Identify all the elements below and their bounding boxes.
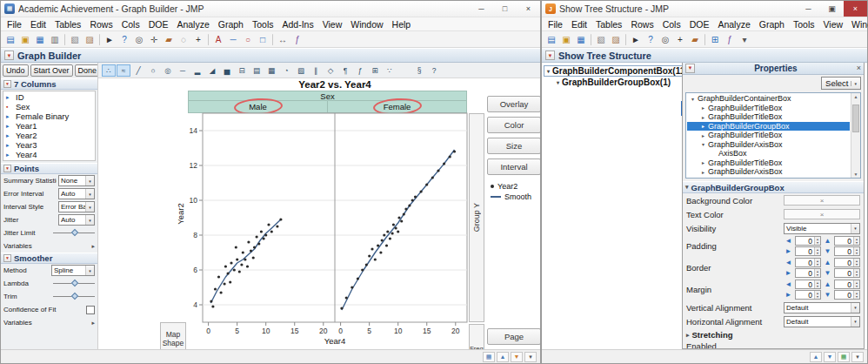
spacing-left-input[interactable]: 0▴▾ xyxy=(795,258,821,267)
titlebar[interactable]: ▦ Academic Achievement - Graph Builder -… xyxy=(1,1,540,17)
expand-triangle-icon[interactable]: ▸ xyxy=(700,104,706,111)
group-x-band[interactable]: Sex xyxy=(188,91,467,101)
menu-item[interactable]: Graph xyxy=(755,18,789,30)
arrow-cursor-icon[interactable]: ► xyxy=(629,33,643,46)
scroll-up-icon[interactable]: ▲ xyxy=(497,352,509,362)
selected-box-section-header[interactable]: ▾ GraphBuilderGroupBox xyxy=(683,181,864,193)
red-triangle-menu-icon[interactable]: ▼ xyxy=(685,64,695,73)
table-icon[interactable]: ⊞ xyxy=(708,33,722,46)
area-icon[interactable]: ◢ xyxy=(205,64,219,77)
titlebar[interactable]: J Show Tree Structure - JMP ─ ▣ × xyxy=(542,1,867,17)
option-select[interactable]: Error Bar ▾ xyxy=(58,201,95,212)
tree-item[interactable]: ▾ GraphBuilderAxisBox xyxy=(687,140,850,150)
spacing-top-input[interactable]: 0▴▾ xyxy=(834,236,860,246)
caption-box-icon[interactable]: ¶ xyxy=(338,64,352,77)
magnifier-icon[interactable]: ◎ xyxy=(132,33,146,46)
option-select[interactable]: Auto ▾ xyxy=(58,188,95,199)
expand-triangle-icon[interactable]: ▾ xyxy=(690,96,696,102)
red-triangle-menu-icon[interactable]: ▼ xyxy=(3,254,11,262)
dropzone-button[interactable]: Size xyxy=(487,138,540,154)
spacing-top-input[interactable]: 0▴▾ xyxy=(834,258,860,267)
spacing-right-input[interactable]: 0▴▾ xyxy=(795,268,821,278)
slider-thumb[interactable] xyxy=(70,280,77,286)
menu-item[interactable]: Window xyxy=(847,18,868,30)
points-icon[interactable]: ∴ xyxy=(102,64,116,77)
tree-item[interactable]: AxisBox xyxy=(687,149,850,158)
menu-item[interactable]: Rows xyxy=(85,18,117,30)
lambda-slider[interactable] xyxy=(53,279,95,288)
chevron-down-icon[interactable]: ▾ xyxy=(85,266,94,275)
action-button[interactable]: Undo xyxy=(3,64,29,77)
disclosure-icon[interactable]: ▸ xyxy=(686,332,690,339)
disclosure-icon[interactable]: ▾ xyxy=(685,184,689,191)
rect-tool-icon[interactable]: □ xyxy=(256,33,270,46)
histogram-icon[interactable]: ▅ xyxy=(220,64,234,77)
menu-item[interactable]: Graph xyxy=(214,18,248,30)
spacing-right-input[interactable]: 0▴▾ xyxy=(795,290,821,300)
menu-item[interactable]: Tables xyxy=(591,18,626,30)
map-shape-dropzone[interactable]: Map Shape xyxy=(160,322,186,349)
mosaic-icon[interactable]: ▤ xyxy=(250,64,264,77)
scroll-up-icon[interactable]: ▲ xyxy=(810,352,822,362)
spacing-bottom-input[interactable]: 0▴▾ xyxy=(834,246,860,256)
grid-view-icon[interactable]: ▦ xyxy=(838,352,850,362)
column-item[interactable]: ▸ ID xyxy=(3,92,95,102)
disclosure-icon[interactable]: ▸ xyxy=(91,320,95,327)
toolbar-overflow-icon[interactable]: ▾ xyxy=(738,33,751,46)
menu-item[interactable]: Analyze xyxy=(172,18,213,30)
crosshair-icon[interactable]: + xyxy=(673,33,687,46)
chevron-down-icon[interactable]: ▾ xyxy=(85,189,94,199)
freq-dropzone[interactable]: Freq xyxy=(469,324,484,349)
scroll-down-icon[interactable]: ▼ xyxy=(824,352,836,362)
group-y-dropzone[interactable]: Group Y xyxy=(469,113,484,322)
paste-icon[interactable]: ▨ xyxy=(83,33,97,46)
spacing-bottom-input[interactable]: 0▴▾ xyxy=(834,290,860,300)
menu-item[interactable]: View xyxy=(318,18,347,30)
menu-item[interactable]: Tools xyxy=(789,18,819,30)
spacing-left-input[interactable]: 0▴▾ xyxy=(795,280,821,289)
column-item[interactable]: ▸ Year3 xyxy=(3,140,95,150)
treemap-icon[interactable]: ▧ xyxy=(294,64,308,77)
slider-thumb[interactable] xyxy=(70,229,77,236)
heatmap-icon[interactable]: ▦ xyxy=(264,64,278,77)
close-button[interactable]: × xyxy=(844,1,867,17)
y-axis-label[interactable]: Year2 xyxy=(176,197,185,232)
chevron-down-icon[interactable]: ▾ xyxy=(851,317,859,327)
select-dropdown-button[interactable]: Select ▾ xyxy=(821,77,861,90)
slider-thumb[interactable] xyxy=(70,293,77,300)
paste-icon[interactable]: ▨ xyxy=(609,33,623,46)
spacing-right-input[interactable]: 0▴▾ xyxy=(795,246,821,256)
expand-triangle-icon[interactable]: ▸ xyxy=(700,123,706,129)
expand-triangle-icon[interactable]: ▾ xyxy=(557,79,559,85)
dropzone-button[interactable]: Overlay xyxy=(487,96,540,112)
expand-triangle-icon[interactable]: ▾ xyxy=(547,68,550,74)
smoother-icon[interactable]: ≈ xyxy=(117,64,130,77)
menu-item[interactable]: File xyxy=(3,18,26,30)
collapse-icon[interactable]: ▾ xyxy=(851,352,864,362)
tree-item[interactable]: ▸ GraphBuilderTitleBox xyxy=(687,112,850,122)
menu-item[interactable]: Window xyxy=(346,18,387,30)
legend-item-smooth[interactable]: Smooth xyxy=(491,192,531,202)
dropzone-button[interactable]: Interval xyxy=(487,158,540,175)
red-triangle-menu-icon[interactable]: ▼ xyxy=(545,51,555,60)
chevron-down-icon[interactable]: ▾ xyxy=(851,224,859,233)
menu-item[interactable]: Analyze xyxy=(713,18,754,30)
column-item[interactable]: ▸ Female Binary xyxy=(3,111,95,121)
grabber-icon[interactable]: ✛ xyxy=(147,33,161,46)
save-icon[interactable]: ▦ xyxy=(33,33,47,46)
annotate-icon[interactable]: A xyxy=(211,33,225,46)
color-swatch-button[interactable]: × xyxy=(784,195,860,206)
expand-triangle-icon[interactable]: ▸ xyxy=(700,132,706,138)
legend-item-year2[interactable]: Year2 xyxy=(491,181,531,192)
red-triangle-menu-icon[interactable]: ▼ xyxy=(4,51,14,60)
option-select[interactable]: None ▾ xyxy=(58,175,95,186)
print-icon[interactable]: ▥ xyxy=(48,33,62,46)
points-variables-row[interactable]: Variables ▸ xyxy=(1,239,97,253)
menu-item[interactable]: File xyxy=(544,18,567,30)
tree-item[interactable]: ▸ GraphBuilderAxisBox xyxy=(687,167,850,177)
oval-tool-icon[interactable]: ○ xyxy=(241,33,255,46)
line-of-fit-icon[interactable]: ╱ xyxy=(131,64,145,77)
formula-icon[interactable]: ƒ xyxy=(353,64,367,77)
red-triangle-menu-icon[interactable]: ▼ xyxy=(3,165,11,172)
menu-item[interactable]: Tools xyxy=(248,18,278,30)
